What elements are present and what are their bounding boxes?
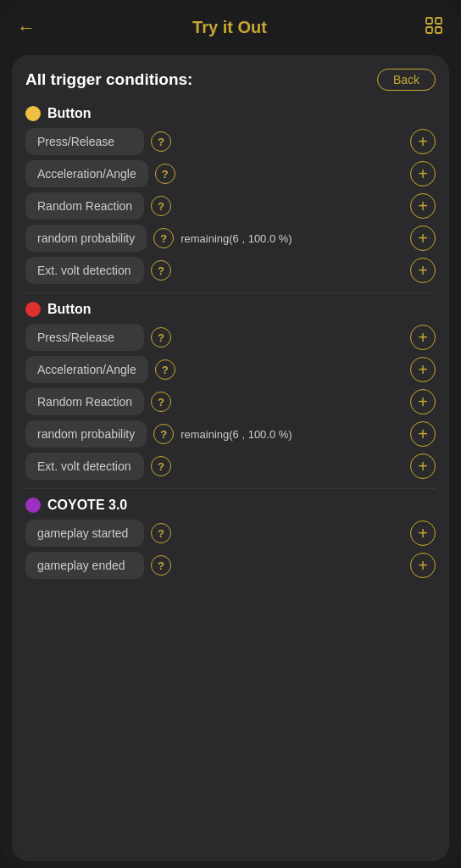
divider-0 — [25, 292, 436, 293]
grid-icon[interactable] — [424, 15, 444, 40]
dot-coyote — [25, 498, 41, 513]
help-icon-gameplay-ended[interactable]: ? — [151, 555, 171, 576]
help-icon-accel-angle-2[interactable]: ? — [155, 359, 175, 380]
trigger-row-press-release-1: Press/Release?+ — [25, 128, 436, 155]
sections-container: ButtonPress/Release?+Acceleration/Angle?… — [25, 106, 436, 579]
help-icon-press-release-1[interactable]: ? — [151, 131, 171, 152]
section-label-text-coyote: COYOTE 3.0 — [47, 498, 127, 513]
trigger-btn-random-reaction-1[interactable]: Random Reaction — [25, 192, 144, 220]
section-label-red-button: Button — [25, 302, 436, 317]
add-btn-ext-volt-1[interactable]: + — [410, 258, 436, 283]
trigger-row-random-reaction-1: Random Reaction?+ — [25, 192, 436, 220]
section-coyote: COYOTE 3.0gameplay started?+gameplay end… — [25, 498, 436, 579]
trigger-row-random-prob-1: random probability?remaining(6 , 100.0 %… — [25, 225, 436, 252]
back-button[interactable]: Back — [377, 69, 436, 91]
trigger-btn-accel-angle-2[interactable]: Acceleration/Angle — [25, 356, 148, 383]
trigger-btn-random-reaction-2[interactable]: Random Reaction — [25, 388, 144, 415]
svg-rect-0 — [426, 18, 432, 24]
help-icon-gameplay-started[interactable]: ? — [151, 523, 171, 543]
add-btn-gameplay-started[interactable]: + — [410, 520, 436, 546]
add-btn-press-release-2[interactable]: + — [410, 325, 436, 350]
add-btn-random-prob-2[interactable]: + — [410, 421, 436, 447]
help-icon-random-prob-1[interactable]: ? — [153, 228, 174, 248]
svg-rect-3 — [436, 27, 442, 33]
main-card: All trigger conditions: Back ButtonPress… — [12, 55, 449, 861]
trigger-row-gameplay-ended: gameplay ended?+ — [25, 552, 436, 579]
trigger-row-random-prob-2: random probability?remaining(6 , 100.0 %… — [25, 420, 436, 448]
add-btn-random-reaction-1[interactable]: + — [410, 193, 436, 219]
divider-1 — [25, 488, 436, 489]
add-btn-random-reaction-2[interactable]: + — [410, 389, 436, 415]
add-btn-press-release-1[interactable]: + — [410, 129, 436, 154]
trigger-btn-ext-volt-1[interactable]: Ext. volt detection — [25, 257, 144, 284]
help-icon-accel-angle-1[interactable]: ? — [155, 164, 175, 184]
svg-rect-1 — [436, 18, 442, 24]
trigger-row-accel-angle-2: Acceleration/Angle?+ — [25, 356, 436, 383]
section-yellow-button: ButtonPress/Release?+Acceleration/Angle?… — [25, 106, 436, 284]
card-title: All trigger conditions: — [25, 70, 192, 89]
section-red-button: ButtonPress/Release?+Acceleration/Angle?… — [25, 302, 436, 480]
header: ← Try it Out — [0, 0, 461, 48]
help-icon-press-release-2[interactable]: ? — [151, 327, 171, 348]
section-label-coyote: COYOTE 3.0 — [25, 498, 436, 513]
section-label-text-yellow-button: Button — [47, 106, 92, 121]
header-title: Try it Out — [192, 18, 267, 37]
add-btn-gameplay-ended[interactable]: + — [410, 553, 436, 578]
back-icon[interactable]: ← — [17, 17, 36, 39]
trigger-btn-accel-angle-1[interactable]: Acceleration/Angle — [25, 160, 148, 187]
section-label-yellow-button: Button — [25, 106, 436, 121]
remaining-text-random-prob-1: remaining(6 , 100.0 %) — [181, 232, 403, 245]
trigger-row-ext-volt-1: Ext. volt detection?+ — [25, 257, 436, 284]
help-icon-random-reaction-1[interactable]: ? — [151, 196, 171, 216]
add-btn-ext-volt-2[interactable]: + — [410, 453, 436, 479]
trigger-row-random-reaction-2: Random Reaction?+ — [25, 388, 436, 415]
trigger-row-accel-angle-1: Acceleration/Angle?+ — [25, 160, 436, 187]
add-btn-accel-angle-1[interactable]: + — [410, 161, 436, 186]
trigger-btn-gameplay-ended[interactable]: gameplay ended — [25, 552, 144, 579]
svg-rect-2 — [426, 27, 432, 33]
help-icon-random-prob-2[interactable]: ? — [153, 424, 174, 444]
trigger-row-press-release-2: Press/Release?+ — [25, 324, 436, 351]
phone-container: ← Try it Out All trigger conditions: Bac… — [0, 0, 461, 868]
trigger-btn-ext-volt-2[interactable]: Ext. volt detection — [25, 453, 144, 480]
trigger-btn-press-release-2[interactable]: Press/Release — [25, 324, 144, 351]
add-btn-accel-angle-2[interactable]: + — [410, 357, 436, 382]
help-icon-random-reaction-2[interactable]: ? — [151, 392, 171, 412]
trigger-btn-random-prob-2[interactable]: random probability — [25, 420, 147, 448]
trigger-btn-gameplay-started[interactable]: gameplay started — [25, 520, 144, 547]
trigger-row-gameplay-started: gameplay started?+ — [25, 520, 436, 547]
section-label-text-red-button: Button — [47, 302, 92, 317]
trigger-btn-press-release-1[interactable]: Press/Release — [25, 128, 144, 155]
dot-yellow-button — [25, 106, 41, 121]
trigger-btn-random-prob-1[interactable]: random probability — [25, 225, 147, 252]
remaining-text-random-prob-2: remaining(6 , 100.0 %) — [181, 428, 403, 441]
card-header: All trigger conditions: Back — [25, 69, 436, 91]
add-btn-random-prob-1[interactable]: + — [410, 225, 436, 251]
dot-red-button — [25, 302, 41, 317]
help-icon-ext-volt-2[interactable]: ? — [151, 456, 171, 476]
help-icon-ext-volt-1[interactable]: ? — [151, 260, 171, 281]
trigger-row-ext-volt-2: Ext. volt detection?+ — [25, 453, 436, 480]
